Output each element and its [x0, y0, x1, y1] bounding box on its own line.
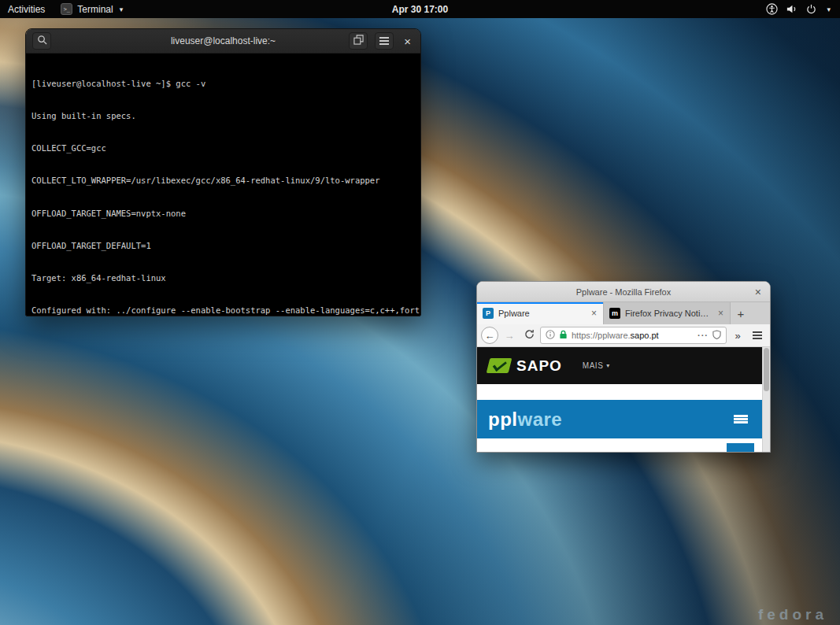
close-button[interactable]: ×: [746, 287, 770, 298]
sapo-flag-icon: [487, 358, 513, 373]
terminal-app-icon: >_: [61, 3, 72, 15]
terminal-line: OFFLOAD_TARGET_NAMES=nvptx-none: [31, 209, 415, 220]
page-content: SAPO MAIS ▾ pplware: [477, 347, 770, 453]
terminal-line: COLLECT_GCC=gcc: [31, 143, 415, 154]
sapo-logo[interactable]: SAPO: [488, 357, 562, 375]
back-button[interactable]: ←: [481, 327, 498, 344]
page-body: [477, 438, 764, 453]
top-bar-left: Activities >_ Terminal ▾: [0, 0, 131, 18]
fedora-logo-text: fedora: [758, 606, 827, 623]
system-status-area[interactable]: ▾: [766, 0, 840, 18]
firefox-titlebar[interactable]: Pplware - Mozilla Firefox ×: [477, 282, 770, 302]
pplware-favicon: P: [483, 308, 494, 319]
new-terminal-button[interactable]: [349, 32, 368, 50]
navigation-toolbar: ← → https://pplware.sapo.pt ···: [477, 324, 770, 347]
gnome-top-bar: Activities >_ Terminal ▾ Apr 30 17:00 ▾: [0, 0, 840, 18]
site-menu-button[interactable]: [729, 408, 753, 431]
shield-icon[interactable]: [712, 330, 721, 341]
search-button[interactable]: [32, 32, 51, 50]
new-tab-button[interactable]: +: [731, 302, 751, 324]
app-menu-label: Terminal: [77, 4, 113, 15]
page-actions-icon[interactable]: ···: [698, 331, 709, 340]
page-gap: [477, 384, 764, 400]
tab-pplware[interactable]: P Pplware ×: [477, 302, 604, 324]
tab-label: Pplware: [498, 309, 586, 318]
sapo-logo-text: SAPO: [516, 357, 562, 375]
hamburger-menu-icon: [753, 335, 762, 336]
firefox-window: Pplware - Mozilla Firefox × P Pplware × …: [476, 281, 771, 453]
terminal-line: Configured with: ../configure --enable-b…: [31, 305, 415, 316]
site-info-icon[interactable]: [546, 330, 555, 341]
overflow-chevrons-button[interactable]: »: [729, 327, 746, 344]
close-button[interactable]: ×: [401, 35, 414, 47]
app-menu-button[interactable]: >_ Terminal ▾: [53, 0, 131, 18]
tab-bar: P Pplware × m Firefox Privacy Notice — ×…: [477, 302, 770, 324]
terminal-line: Target: x86_64-redhat-linux: [31, 273, 415, 284]
menu-button[interactable]: [749, 327, 766, 344]
sapo-header: SAPO MAIS ▾: [477, 347, 764, 384]
search-icon: [37, 35, 47, 47]
system-icons: ▾: [766, 3, 831, 15]
chevron-down-icon: ▾: [827, 6, 831, 13]
url-scheme: https://pplware.: [572, 331, 631, 340]
terminal-window: liveuser@localhost-live:~ × [liveuser@lo…: [25, 28, 421, 316]
power-icon: [805, 3, 817, 15]
chevron-down-icon: ▾: [120, 6, 124, 13]
tab-close-icon[interactable]: ×: [590, 309, 598, 318]
terminal-output[interactable]: [liveuser@localhost-live ~]$ gcc -v Usin…: [26, 54, 420, 316]
terminal-header-buttons: ×: [349, 32, 414, 50]
scrollbar[interactable]: [762, 347, 770, 453]
terminal-titlebar[interactable]: liveuser@localhost-live:~ ×: [26, 29, 420, 54]
hamburger-menu-icon: [379, 40, 389, 42]
tab-close-icon[interactable]: ×: [717, 309, 724, 318]
menu-button[interactable]: [375, 32, 394, 50]
chevron-down-icon: ▾: [606, 362, 610, 369]
clock-button[interactable]: Apr 30 17:00: [384, 0, 456, 18]
reload-button[interactable]: [520, 327, 538, 344]
lock-icon: [559, 330, 568, 341]
forward-button[interactable]: →: [501, 327, 518, 344]
terminal-line: OFFLOAD_TARGET_DEFAULT=1: [31, 241, 415, 252]
url-domain: sapo.pt: [631, 331, 659, 340]
hamburger-menu-icon: [734, 418, 748, 420]
pplware-logo[interactable]: pplware: [488, 409, 562, 431]
blue-button[interactable]: [727, 443, 754, 453]
url-text[interactable]: https://pplware.sapo.pt: [572, 331, 694, 340]
activities-button[interactable]: Activities: [0, 0, 53, 18]
pplware-header: pplware: [477, 400, 764, 438]
volume-icon: [786, 3, 797, 15]
terminal-line: Using built-in specs.: [31, 111, 415, 122]
accessibility-icon: [766, 3, 778, 15]
tab-privacy-notice[interactable]: m Firefox Privacy Notice — ×: [604, 302, 731, 324]
desktop: fedora Activities >_ Terminal ▾ Apr 30 1…: [0, 0, 840, 625]
new-window-icon: [353, 35, 364, 47]
window-title: Pplware - Mozilla Firefox: [477, 287, 770, 297]
mais-menu[interactable]: MAIS ▾: [583, 361, 610, 370]
pplware-logo-ware: ware: [518, 409, 563, 430]
mais-label: MAIS: [583, 361, 603, 370]
url-bar[interactable]: https://pplware.sapo.pt ···: [540, 327, 727, 344]
terminal-line: [liveuser@localhost-live ~]$ gcc -v: [31, 79, 415, 90]
terminal-line: COLLECT_LTO_WRAPPER=/usr/libexec/gcc/x86…: [31, 176, 415, 187]
reload-icon: [524, 329, 535, 342]
tab-label: Firefox Privacy Notice —: [625, 309, 712, 318]
mozilla-favicon: m: [609, 308, 620, 319]
scrollbar-thumb[interactable]: [764, 348, 769, 391]
pplware-logo-ppl: ppl: [488, 409, 518, 430]
